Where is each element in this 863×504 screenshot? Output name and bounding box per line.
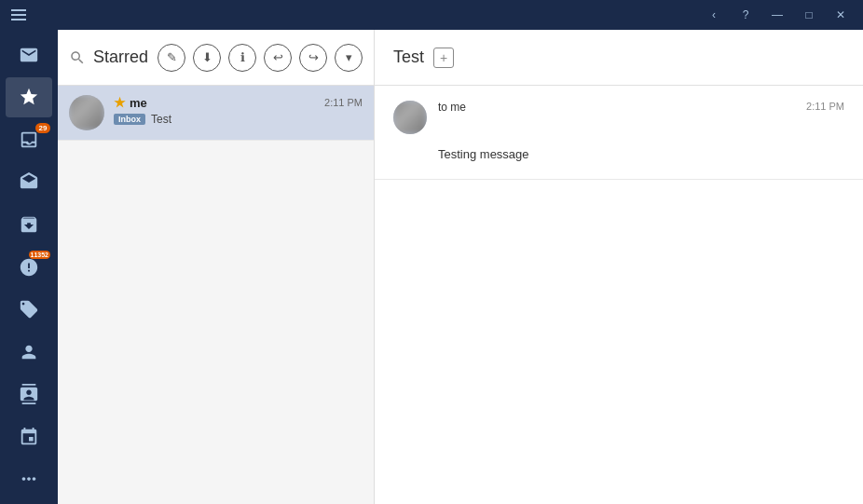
info-button[interactable]: ℹ: [228, 44, 256, 72]
email-info: ★ me 2:11 PM Inbox Test: [114, 95, 363, 126]
email-time: 2:11 PM: [324, 97, 363, 108]
archive-icon: [19, 214, 39, 235]
sidebar-item-calendar[interactable]: [6, 416, 52, 457]
inbox-label-badge: Inbox: [114, 114, 145, 125]
calendar-icon: [19, 427, 39, 447]
email-list-panel: Starred ✎ ⬇ ℹ ↩ ↪ ▾ ★ me 2:11 PM: [58, 30, 375, 504]
back-button[interactable]: ‹: [699, 4, 729, 26]
email-reading-pane: Test + to me 2:11 PM Testing message: [375, 30, 863, 504]
sidebar-item-tags[interactable]: [6, 289, 52, 330]
star-indicator-icon: ★: [114, 95, 126, 110]
email-items: ★ me 2:11 PM Inbox Test: [58, 86, 374, 504]
email-title: Test: [393, 48, 424, 67]
avatar-image: [69, 95, 104, 130]
reply-button[interactable]: ↩: [264, 44, 292, 72]
sidebar-item-more[interactable]: [6, 458, 52, 499]
title-bar-left: [7, 6, 30, 24]
message-time: 2:11 PM: [806, 101, 844, 112]
spam-icon: [19, 257, 39, 278]
email-header-row: ★ me 2:11 PM: [114, 95, 363, 110]
search-icon-box: [69, 49, 86, 66]
contacts-icon: [19, 342, 39, 362]
more-icon: [19, 469, 39, 489]
spam-badge: 11352: [29, 251, 50, 259]
forward-button[interactable]: ↪: [299, 44, 327, 72]
email-subject: Test: [151, 113, 171, 126]
message-body: Testing message: [393, 145, 844, 164]
compose-button[interactable]: ✎: [158, 44, 185, 72]
mail-icon: [19, 45, 39, 65]
sidebar-nav: 29 11352: [0, 30, 58, 504]
inbox-badge: 29: [35, 123, 50, 133]
search-icon: [69, 49, 86, 66]
message-sender-info: to me: [438, 101, 795, 114]
sidebar-item-drafts[interactable]: [6, 162, 52, 203]
inbox-icon: [19, 129, 39, 150]
sidebar-item-starred[interactable]: [6, 77, 52, 118]
add-tab-button[interactable]: +: [433, 48, 454, 68]
email-sender: ★ me: [114, 95, 147, 110]
star-icon: [19, 87, 39, 107]
sidebar-item-archive[interactable]: [6, 204, 52, 245]
main-container: 29 11352: [0, 30, 863, 504]
message-avatar: [393, 101, 427, 134]
more-actions-button[interactable]: ▾: [335, 44, 363, 72]
close-button[interactable]: ✕: [826, 4, 856, 26]
minimize-button[interactable]: —: [762, 4, 792, 26]
maximize-button[interactable]: □: [794, 4, 824, 26]
drafts-icon: [19, 171, 39, 192]
sidebar-item-inbox[interactable]: 29: [6, 119, 52, 160]
sender-name: me: [130, 96, 147, 110]
hamburger-icon[interactable]: [7, 6, 30, 24]
email-subject-row: Inbox Test: [114, 113, 363, 126]
email-item[interactable]: ★ me 2:11 PM Inbox Test: [58, 86, 374, 141]
message-container: to me 2:11 PM Testing message: [375, 86, 863, 180]
help-button[interactable]: ?: [731, 4, 760, 26]
tags-icon: [19, 299, 39, 320]
message-from: to me: [438, 101, 795, 114]
title-bar-controls: ‹ ? — □ ✕: [699, 4, 856, 26]
sidebar-item-contacts[interactable]: [6, 332, 52, 373]
message-meta: to me 2:11 PM: [393, 101, 844, 134]
section-title: Starred: [93, 48, 150, 67]
message-avatar-image: [393, 101, 427, 134]
reading-body: to me 2:11 PM Testing message: [375, 86, 863, 504]
sidebar-item-spam[interactable]: 11352: [6, 247, 52, 288]
email-toolbar: Starred ✎ ⬇ ℹ ↩ ↪ ▾: [58, 30, 374, 86]
title-bar: ‹ ? — □ ✕: [0, 0, 863, 30]
sidebar-item-address-book[interactable]: [6, 374, 52, 415]
download-button[interactable]: ⬇: [193, 44, 221, 72]
reading-header: Test +: [375, 30, 863, 86]
address-book-icon: [19, 384, 39, 404]
avatar: [69, 95, 104, 130]
sidebar-item-mail[interactable]: [6, 34, 52, 75]
